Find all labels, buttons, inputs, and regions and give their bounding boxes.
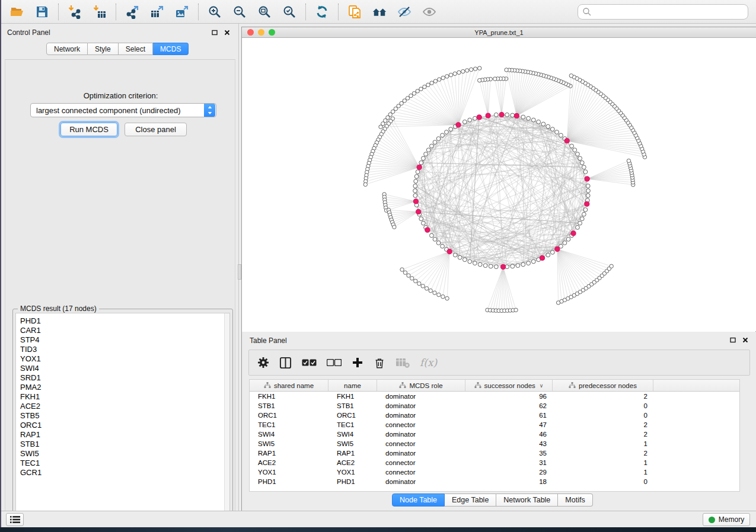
graph-node[interactable]: [494, 265, 498, 269]
graph-node[interactable]: [453, 253, 457, 257]
mcds-result-item[interactable]: TID3: [20, 345, 229, 354]
cell-mcds-role[interactable]: connector: [377, 469, 465, 476]
mcds-result-item[interactable]: RAP1: [20, 430, 229, 440]
cell-predecessor-nodes[interactable]: 2: [553, 393, 653, 400]
cell-predecessor-nodes[interactable]: 1: [553, 440, 653, 447]
graph-node[interactable]: [414, 179, 418, 183]
cell-predecessor-nodes[interactable]: 0: [553, 402, 653, 409]
graph-node[interactable]: [421, 156, 425, 161]
graph-node[interactable]: [531, 118, 535, 122]
close-panel-icon[interactable]: [224, 29, 230, 36]
table-row[interactable]: FKH1FKH1dominator962: [250, 392, 739, 401]
graph-leaf-node[interactable]: [569, 74, 573, 78]
graph-node[interactable]: [576, 225, 580, 229]
graph-leaf-node[interactable]: [627, 159, 630, 162]
graph-mcds-node[interactable]: [416, 209, 421, 214]
cell-successor-nodes[interactable]: 18: [465, 478, 553, 485]
table-row[interactable]: YOX1YOX1connector291: [250, 467, 739, 477]
hide-selected-eye-icon[interactable]: [397, 4, 412, 20]
mcds-result-list[interactable]: PHD1CAR1STP4TID3YOX1SWI4SRD1PMA2FKH1ACE2…: [15, 313, 230, 525]
graph-node[interactable]: [441, 133, 445, 137]
cell-name[interactable]: SWI5: [328, 440, 377, 447]
graph-mcds-node[interactable]: [447, 249, 452, 254]
graph-leaf-node[interactable]: [416, 89, 419, 93]
graph-node[interactable]: [445, 130, 449, 134]
graph-node[interactable]: [582, 212, 586, 216]
cell-successor-nodes[interactable]: 29: [465, 469, 553, 476]
table-row[interactable]: TEC1TEC1connector472: [250, 420, 739, 430]
table-row[interactable]: SWI5SWI5connector431: [250, 439, 739, 448]
graph-node[interactable]: [550, 127, 554, 132]
cell-name[interactable]: YOX1: [328, 469, 377, 476]
graph-leaf-node[interactable]: [430, 81, 433, 85]
cell-shared-name[interactable]: YOX1: [250, 469, 328, 476]
graph-leaf-node[interactable]: [438, 78, 441, 81]
import-table-icon[interactable]: [92, 4, 107, 20]
cell-successor-nodes[interactable]: 61: [465, 412, 553, 419]
graph-leaf-node[interactable]: [426, 83, 430, 86]
criterion-dropdown[interactable]: largest connected component (undirected): [30, 103, 216, 117]
zoom-in-icon[interactable]: [207, 4, 222, 20]
graph-mcds-node[interactable]: [571, 231, 576, 236]
graph-leaf-node[interactable]: [465, 69, 469, 72]
cell-successor-nodes[interactable]: 62: [465, 402, 553, 409]
table-settings-gear-icon[interactable]: [257, 357, 269, 368]
graph-node[interactable]: [468, 259, 472, 264]
graph-node[interactable]: [531, 259, 535, 264]
graph-leaf-node[interactable]: [412, 91, 416, 95]
graph-node[interactable]: [429, 233, 433, 238]
column-header-name[interactable]: name: [328, 380, 377, 391]
graph-node[interactable]: [580, 161, 584, 165]
graph-node[interactable]: [436, 241, 441, 245]
tab-node-table[interactable]: Node Table: [392, 493, 445, 507]
graph-node[interactable]: [527, 261, 531, 265]
tab-motifs[interactable]: Motifs: [558, 493, 592, 507]
search-box[interactable]: [578, 4, 748, 20]
graph-node[interactable]: [546, 253, 550, 257]
graph-leaf-node[interactable]: [474, 67, 477, 70]
import-network-icon[interactable]: [67, 4, 82, 20]
graph-node[interactable]: [473, 261, 477, 265]
graph-node[interactable]: [578, 221, 582, 225]
cell-name[interactable]: PHD1: [328, 478, 377, 485]
graph-leaf-node[interactable]: [437, 293, 441, 296]
add-column-icon[interactable]: [352, 357, 363, 368]
graph-mcds-node[interactable]: [417, 165, 422, 169]
float-panel-icon[interactable]: [211, 29, 218, 36]
mcds-result-item[interactable]: GCR1: [20, 468, 229, 477]
refresh-icon[interactable]: [314, 4, 330, 20]
save-session-icon[interactable]: [34, 4, 50, 20]
graph-node[interactable]: [570, 144, 574, 148]
graph-mcds-node[interactable]: [555, 246, 560, 251]
graph-leaf-node[interactable]: [461, 69, 465, 73]
graph-leaf-node[interactable]: [469, 68, 473, 71]
mcds-result-item[interactable]: STP4: [20, 335, 229, 345]
zoom-selected-icon[interactable]: [282, 4, 297, 20]
export-image-icon[interactable]: [174, 4, 190, 20]
cell-predecessor-nodes[interactable]: 2: [553, 450, 653, 457]
graph-node[interactable]: [419, 161, 423, 165]
graph-node[interactable]: [573, 148, 577, 152]
graph-node[interactable]: [424, 152, 428, 156]
graph-node[interactable]: [426, 148, 430, 152]
graph-node[interactable]: [414, 175, 419, 179]
graph-node[interactable]: [582, 165, 586, 169]
graph-leaf-node[interactable]: [477, 78, 481, 82]
cell-shared-name[interactable]: ACE2: [250, 459, 328, 466]
graph-leaf-node[interactable]: [441, 295, 445, 299]
graph-node[interactable]: [546, 124, 550, 129]
show-log-button[interactable]: [6, 513, 24, 526]
network-canvas[interactable]: [242, 38, 755, 332]
table-row[interactable]: RAP1RAP1dominator352: [250, 448, 739, 458]
cell-successor-nodes[interactable]: 47: [465, 421, 553, 428]
tab-network[interactable]: Network: [46, 43, 88, 55]
cell-successor-nodes[interactable]: 46: [465, 431, 553, 438]
zoom-fit-icon[interactable]: [257, 4, 272, 20]
graph-leaf-node[interactable]: [505, 68, 508, 72]
cell-shared-name[interactable]: ORC1: [250, 412, 328, 419]
graph-node[interactable]: [521, 115, 525, 119]
graph-mcds-node[interactable]: [425, 227, 430, 232]
graph-node[interactable]: [494, 113, 498, 117]
graph-node[interactable]: [511, 264, 515, 268]
delete-column-trash-icon[interactable]: [374, 357, 385, 369]
